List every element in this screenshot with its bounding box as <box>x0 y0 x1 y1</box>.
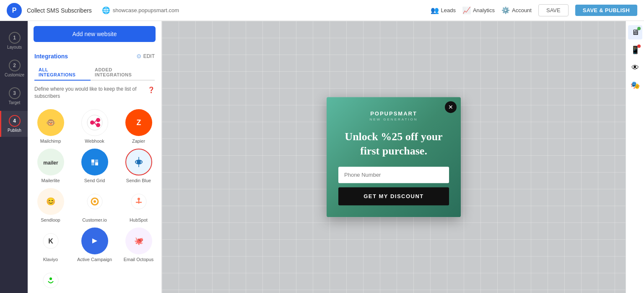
integration-logo-zapier: Z <box>125 109 152 136</box>
popup-brand-sub: NEW GENERATION <box>369 118 418 121</box>
integration-item-hubspot[interactable]: HubSpot <box>119 188 158 222</box>
analytics-link[interactable]: 📈 Analytics <box>462 6 495 14</box>
svg-text:🐙: 🐙 <box>134 236 144 246</box>
svg-point-3 <box>90 120 94 125</box>
integration-item-sendgrid[interactable]: Send Grid <box>75 149 114 183</box>
svg-point-4 <box>96 118 100 122</box>
integration-label-hubspot: HubSpot <box>130 217 148 222</box>
svg-point-12 <box>87 154 102 170</box>
svg-rect-13 <box>91 160 94 162</box>
right-toolbar: 🖥 📱 👁 🎭 <box>626 21 644 293</box>
main-layout: 1 Layouts 2 Customize 3 Target 4 Publish… <box>0 21 644 293</box>
svg-text:Z: Z <box>136 118 141 127</box>
topnav: P Collect SMS Subscribers 🌐 showcase.pop… <box>0 0 644 21</box>
integration-logo-activecampaign <box>81 228 108 254</box>
svg-point-35 <box>43 273 58 288</box>
svg-point-24 <box>93 200 96 203</box>
popup-headline: Unlock %25 off your first purchase. <box>338 130 449 158</box>
preview-button[interactable]: 👁 <box>628 60 642 75</box>
integration-item-sendinblue[interactable]: Sendin Blue <box>119 149 158 183</box>
integration-label-emailoctopus: Email Octopus <box>124 257 154 262</box>
canvas-area: ✕ POPUPSMART NEW GENERATION Unlock %25 o… <box>162 21 626 293</box>
mobile-dot <box>637 44 641 48</box>
leads-icon: 👥 <box>431 6 439 14</box>
mobile-view-button[interactable]: 📱 <box>628 43 642 57</box>
tab-added-integrations[interactable]: ADDED INTEGRATIONS <box>91 65 155 81</box>
step-publish[interactable]: 4 Publish <box>0 111 28 137</box>
settings-button[interactable]: 🎭 <box>628 78 642 92</box>
app-logo: P <box>7 3 22 18</box>
integration-item-emailoctopus[interactable]: 🐙Email Octopus <box>119 228 158 262</box>
steps-sidebar: 1 Layouts 2 Customize 3 Target 4 Publish <box>0 21 28 293</box>
popup-cta-button[interactable]: GET MY DISCOUNT <box>338 187 449 205</box>
leads-link[interactable]: 👥 Leads <box>431 6 456 14</box>
popup-preview: ✕ POPUPSMART NEW GENERATION Unlock %25 o… <box>327 97 461 217</box>
integration-item-klaviyo[interactable]: KKlaviyo <box>31 228 70 262</box>
gear-icon: ⚙ <box>136 53 142 60</box>
settings-icon: 🎭 <box>631 81 640 90</box>
save-button[interactable]: SAVE <box>538 4 569 16</box>
integration-item-zapier[interactable]: ZZapier <box>119 109 158 144</box>
add-website-button[interactable]: Add new website <box>34 26 156 42</box>
integration-logo-mailerlite: mailer <box>37 149 64 175</box>
integration-label-klaviyo: Klaviyo <box>43 257 58 262</box>
svg-rect-14 <box>95 160 98 162</box>
popup-content: ✕ POPUPSMART NEW GENERATION Unlock %25 o… <box>327 97 461 217</box>
panel-description: Define where you would like to keep the … <box>34 86 155 100</box>
integration-logo-klaviyo: K <box>37 228 64 254</box>
integration-logo-webhook <box>81 109 108 136</box>
svg-text:🐵: 🐵 <box>46 118 56 127</box>
eye-icon: 👁 <box>631 63 639 72</box>
integration-logo-sendinblue <box>125 149 152 175</box>
integration-logo-hubspot <box>125 188 152 215</box>
svg-text:mailer: mailer <box>43 160 58 166</box>
integration-logo-drip <box>37 267 64 293</box>
svg-point-5 <box>96 123 100 127</box>
integration-grid: 🐵MailchimpWebhookZZapiermailerMailerlite… <box>28 109 161 293</box>
integration-logo-customerio <box>81 188 108 215</box>
step-customize[interactable]: 2 Customize <box>0 55 28 81</box>
svg-text:😊: 😊 <box>46 197 56 206</box>
integration-item-activecampaign[interactable]: Active Campaign <box>75 228 114 262</box>
integration-label-sendgrid: Send Grid <box>84 178 105 183</box>
integration-item-mailerlite[interactable]: mailerMailerlite <box>31 149 70 183</box>
integration-item-drip[interactable]: Drip <box>31 267 70 293</box>
integration-label-mailerlite: Mailerlite <box>41 178 60 183</box>
integration-item-sendloop[interactable]: 😊Sendloop <box>31 188 70 222</box>
page-title: Collect SMS Subscribers <box>27 7 92 14</box>
svg-rect-15 <box>91 162 94 165</box>
integration-logo-sendloop: 😊 <box>37 188 64 215</box>
integration-label-sendloop: Sendloop <box>41 217 60 222</box>
popup-phone-input[interactable] <box>338 167 449 183</box>
account-link[interactable]: ⚙️ Account <box>501 6 532 14</box>
integration-logo-emailoctopus: 🐙 <box>125 228 152 254</box>
integration-item-customerio[interactable]: Customer.io <box>75 188 114 222</box>
integration-label-webhook: Webhook <box>85 139 104 144</box>
help-icon: ❓ <box>148 86 155 94</box>
tab-all-integrations[interactable]: ALL INTEGRATIONS <box>34 65 91 81</box>
integration-label-zapier: Zapier <box>132 139 145 144</box>
integrations-panel: Add new website Integrations ⚙ EDIT ALL … <box>28 21 162 293</box>
integration-label-customerio: Customer.io <box>82 217 107 222</box>
svg-point-26 <box>138 198 140 200</box>
globe-icon: 🌐 <box>102 6 110 14</box>
integration-item-webhook[interactable]: Webhook <box>75 109 114 144</box>
svg-rect-16 <box>95 162 98 165</box>
step-layouts[interactable]: 1 Layouts <box>0 28 28 54</box>
integration-label-sendinblue: Sendin Blue <box>126 178 151 183</box>
topnav-actions: 👥 Leads 📈 Analytics ⚙️ Account SAVE SAVE… <box>431 4 637 16</box>
desktop-view-button[interactable]: 🖥 <box>628 25 642 39</box>
panel-section-title: Integrations <box>34 53 68 60</box>
integration-item-mailchimp[interactable]: 🐵Mailchimp <box>31 109 70 144</box>
edit-button[interactable]: ⚙ EDIT <box>136 53 155 60</box>
step-target[interactable]: 3 Target <box>0 83 28 109</box>
panel-section: Integrations ⚙ EDIT ALL INTEGRATIONS ADD… <box>28 47 161 109</box>
popup-close-button[interactable]: ✕ <box>445 101 457 113</box>
svg-point-36 <box>49 277 52 280</box>
desktop-dot <box>637 27 641 30</box>
analytics-icon: 📈 <box>462 6 471 14</box>
integration-label-activecampaign: Active Campaign <box>77 257 112 262</box>
svg-text:K: K <box>48 238 53 245</box>
site-url: 🌐 showcase.popupsmart.com <box>102 6 179 14</box>
save-publish-button[interactable]: SAVE & PUBLISH <box>575 5 637 16</box>
